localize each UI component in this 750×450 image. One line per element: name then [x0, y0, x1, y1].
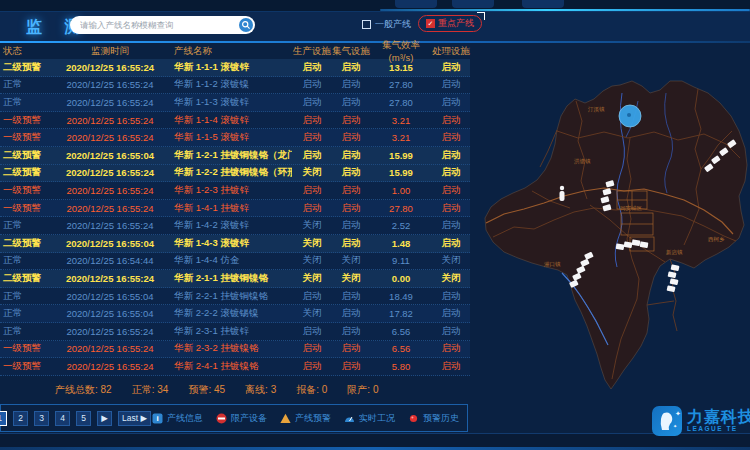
- treatment-facility-cell: 启动: [432, 184, 470, 197]
- gas-facility-cell: 启动: [332, 237, 370, 250]
- page-button[interactable]: ▶: [97, 411, 112, 426]
- key-line-button[interactable]: ✓ 重点产线: [418, 15, 482, 32]
- treatment-facility-cell: 启动: [432, 166, 470, 179]
- status-cell: 二级预警: [0, 61, 46, 74]
- search-box[interactable]: [70, 16, 255, 34]
- page-button[interactable]: 1: [0, 411, 7, 426]
- legend-item-realtime-status[interactable]: 实时工况: [344, 412, 395, 425]
- treatment-facility-cell: 关闭: [432, 254, 470, 267]
- table-row[interactable]: 一级预警 2020/12/25 16:55:24 华新 1-1-4 滚镀锌 启动…: [0, 112, 470, 130]
- search-icon: [241, 20, 251, 30]
- summary-item: 预警: 45: [188, 383, 225, 402]
- map-label: 汀溪镇: [588, 106, 605, 113]
- search-input[interactable]: [80, 17, 230, 33]
- table-row[interactable]: 一级预警 2020/12/25 16:55:24 华新 2-4-1 挂镀镍铬 启…: [0, 358, 470, 376]
- gas-efficiency-cell: 15.99: [370, 167, 432, 178]
- production-facility-cell: 启动: [292, 78, 332, 91]
- checked-checkbox-icon: ✓: [426, 19, 435, 28]
- column-header-time: 监测时间: [46, 45, 174, 58]
- time-cell: 2020/12/25 16:55:24: [46, 97, 174, 108]
- table-row[interactable]: 正常 2020/12/25 16:55:04 华新 2-2-2 滚镀锡镍 关闭 …: [0, 305, 470, 323]
- status-cell: 正常: [0, 78, 46, 91]
- production-facility-cell: 启动: [292, 61, 332, 74]
- monument-marker[interactable]: [560, 186, 565, 201]
- table-row[interactable]: 正常 2020/12/25 16:54:44 华新 1-4-4 仿金 关闭 关闭…: [0, 253, 470, 271]
- table-row[interactable]: 正常 2020/12/25 16:55:24 华新 2-3-1 挂镀锌 启动 启…: [0, 323, 470, 341]
- column-header-gas-efficiency: 集气效率(m³/s): [370, 39, 432, 63]
- cluster-marker[interactable]: [619, 105, 641, 127]
- line-name-cell: 华新 1-2-1 挂镀铜镍铬（龙门线）: [174, 149, 292, 162]
- gas-efficiency-cell: 1.00: [370, 185, 432, 196]
- table-row[interactable]: 二级预警 2020/12/25 16:55:24 华新 2-1-1 挂镀铜镍铬 …: [0, 270, 470, 288]
- legend-item-line-info[interactable]: i 产线信息: [152, 412, 203, 425]
- summary-item: 限产: 0: [347, 383, 378, 402]
- gas-facility-cell: 启动: [332, 219, 370, 232]
- page-button[interactable]: Last ▶: [118, 411, 151, 426]
- table-body: 二级预警 2020/12/25 16:55:24 华新 1-1-1 滚镀锌 启动…: [0, 59, 470, 376]
- page-button[interactable]: 2: [13, 411, 28, 426]
- gas-facility-cell: 启动: [332, 360, 370, 373]
- gas-efficiency-cell: 0.00: [370, 273, 432, 284]
- legend-item-line-warning[interactable]: 产线预警: [280, 412, 331, 425]
- pagination: 12345▶Last ▶: [0, 411, 151, 426]
- table-row[interactable]: 二级预警 2020/12/25 16:55:04 华新 1-2-1 挂镀铜镍铬（…: [0, 147, 470, 165]
- search-button[interactable]: [239, 18, 253, 32]
- production-facility-cell: 启动: [292, 360, 332, 373]
- production-facility-cell: 关闭: [292, 219, 332, 232]
- production-line-table: 状态 监测时间 产线名称 生产设施 集气设施 集气效率(m³/s) 处理设施 二…: [0, 43, 470, 402]
- time-cell: 2020/12/25 16:55:24: [46, 326, 174, 337]
- table-row[interactable]: 正常 2020/12/25 16:55:24 华新 1-1-2 滚镀镍 启动 启…: [0, 77, 470, 95]
- column-header-production-facility: 生产设施: [292, 45, 332, 58]
- treatment-facility-cell: 启动: [432, 96, 470, 109]
- svg-text:✦: ✦: [673, 423, 677, 429]
- factory-marker-chain-southeast[interactable]: [667, 264, 680, 292]
- table-row[interactable]: 一级预警 2020/12/25 16:55:24 华新 2-3-2 挂镀镍铬 启…: [0, 341, 470, 359]
- map-label: 同安城区: [620, 205, 643, 211]
- line-name-cell: 华新 1-4-3 滚镀锌: [174, 237, 292, 250]
- summary-item: 产线总数: 82: [55, 383, 112, 402]
- map-label: 新店镇: [666, 249, 683, 256]
- company-logo: ✦ ✦ 力嘉科技 LEAGUE TE: [652, 406, 750, 436]
- page-button[interactable]: 5: [76, 411, 91, 426]
- gas-facility-cell: 启动: [332, 96, 370, 109]
- gas-efficiency-cell: 1.48: [370, 238, 432, 249]
- production-facility-cell: 关闭: [292, 237, 332, 250]
- table-row[interactable]: 二级预警 2020/12/25 16:55:24 华新 1-1-1 滚镀锌 启动…: [0, 59, 470, 77]
- corner-bracket-icon: [477, 12, 485, 20]
- time-cell: 2020/12/25 16:55:24: [46, 273, 174, 284]
- table-row[interactable]: 一级预警 2020/12/25 16:55:24 华新 1-1-5 滚镀锌 启动…: [0, 129, 470, 147]
- table-row[interactable]: 正常 2020/12/25 16:55:04 华新 2-2-1 挂镀铜镍铬 启动…: [0, 288, 470, 306]
- production-facility-cell: 启动: [292, 325, 332, 338]
- general-line-checkbox[interactable]: 一般产线: [362, 18, 411, 31]
- monitoring-dashboard: 监 测 一般产线 ✓ 重点产线 状态 监测时间 产线名称 生产设施: [0, 0, 750, 450]
- header-decor-shape: [395, 0, 437, 8]
- general-line-label: 一般产线: [375, 18, 411, 31]
- gas-efficiency-cell: 17.82: [370, 308, 432, 319]
- production-facility-cell: 启动: [292, 290, 332, 303]
- district-map[interactable]: 汀溪镇 洪塘镇 同安城区 西柯乡 新店镇 灌口镇: [470, 41, 750, 405]
- line-name-cell: 华新 2-3-2 挂镀镍铬: [174, 342, 292, 355]
- page-button[interactable]: 3: [34, 411, 49, 426]
- treatment-facility-cell: 启动: [432, 78, 470, 91]
- legend-item-restricted-equipment[interactable]: 限产设备: [216, 412, 267, 425]
- table-row[interactable]: 正常 2020/12/25 16:55:24 华新 1-4-2 滚镀锌 关闭 启…: [0, 217, 470, 235]
- legend-item-warning-history[interactable]: 预警历史: [408, 412, 459, 425]
- gas-facility-cell: 启动: [332, 61, 370, 74]
- page-button[interactable]: 4: [55, 411, 70, 426]
- gauge-icon: [344, 413, 355, 424]
- table-row[interactable]: 二级预警 2020/12/25 16:55:24 华新 1-2-2 挂镀铜镍铬（…: [0, 165, 470, 183]
- time-cell: 2020/12/25 16:55:24: [46, 185, 174, 196]
- treatment-facility-cell: 启动: [432, 114, 470, 127]
- time-cell: 2020/12/25 16:55:24: [46, 115, 174, 126]
- table-row[interactable]: 正常 2020/12/25 16:55:24 华新 1-1-3 滚镀锌 启动 启…: [0, 94, 470, 112]
- table-row[interactable]: 一级预警 2020/12/25 16:55:24 华新 1-4-1 挂镀锌 启动…: [0, 200, 470, 218]
- line-name-cell: 华新 1-4-2 滚镀锌: [174, 219, 292, 232]
- production-facility-cell: 关闭: [292, 166, 332, 179]
- table-row[interactable]: 一级预警 2020/12/25 16:55:24 华新 1-2-3 挂镀锌 启动…: [0, 182, 470, 200]
- map-legend: i 产线信息 限产设备 产线预警: [152, 412, 459, 425]
- summary-item: 报备: 0: [296, 383, 327, 402]
- line-name-cell: 华新 1-1-2 滚镀镍: [174, 78, 292, 91]
- column-header-treatment-facility: 处理设施: [432, 45, 470, 58]
- gas-facility-cell: 启动: [332, 78, 370, 91]
- table-row[interactable]: 二级预警 2020/12/25 16:55:04 华新 1-4-3 滚镀锌 关闭…: [0, 235, 470, 253]
